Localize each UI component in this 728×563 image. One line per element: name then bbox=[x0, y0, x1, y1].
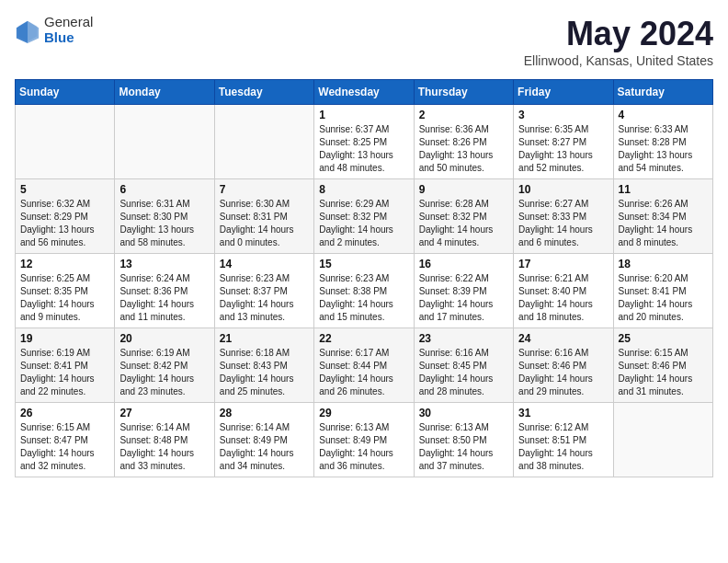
day-info: Sunrise: 6:35 AM Sunset: 8:27 PM Dayligh… bbox=[518, 123, 608, 175]
day-number: 29 bbox=[319, 407, 408, 419]
col-header-friday: Friday bbox=[514, 80, 613, 105]
day-number: 15 bbox=[319, 258, 408, 270]
day-info: Sunrise: 6:23 AM Sunset: 8:38 PM Dayligh… bbox=[319, 272, 408, 324]
day-number: 6 bbox=[119, 183, 209, 196]
day-number: 14 bbox=[220, 258, 309, 270]
day-info: Sunrise: 6:21 AM Sunset: 8:40 PM Dayligh… bbox=[518, 272, 608, 324]
col-header-monday: Monday bbox=[115, 80, 214, 105]
calendar-cell: 8Sunrise: 6:29 AM Sunset: 8:32 PM Daylig… bbox=[314, 179, 414, 254]
calendar-cell: 1Sunrise: 6:37 AM Sunset: 8:25 PM Daylig… bbox=[314, 105, 414, 179]
week-row-5: 26Sunrise: 6:15 AM Sunset: 8:47 PM Dayli… bbox=[16, 403, 713, 477]
calendar-cell: 18Sunrise: 6:20 AM Sunset: 8:41 PM Dayli… bbox=[613, 254, 712, 328]
day-number: 31 bbox=[518, 407, 608, 419]
day-number: 10 bbox=[518, 183, 608, 196]
day-number: 9 bbox=[419, 183, 508, 196]
day-number: 30 bbox=[419, 407, 508, 419]
day-number: 5 bbox=[20, 183, 109, 196]
day-number: 25 bbox=[619, 332, 708, 345]
logo-icon bbox=[15, 17, 40, 43]
day-info: Sunrise: 6:17 AM Sunset: 8:44 PM Dayligh… bbox=[319, 347, 408, 398]
calendar-cell: 12Sunrise: 6:25 AM Sunset: 8:35 PM Dayli… bbox=[16, 254, 115, 328]
day-info: Sunrise: 6:12 AM Sunset: 8:51 PM Dayligh… bbox=[518, 421, 608, 473]
day-info: Sunrise: 6:14 AM Sunset: 8:48 PM Dayligh… bbox=[119, 421, 209, 473]
day-info: Sunrise: 6:15 AM Sunset: 8:46 PM Dayligh… bbox=[619, 347, 708, 398]
calendar-cell: 29Sunrise: 6:13 AM Sunset: 8:49 PM Dayli… bbox=[314, 403, 414, 477]
calendar-cell: 21Sunrise: 6:18 AM Sunset: 8:43 PM Dayli… bbox=[214, 328, 313, 403]
calendar-cell: 7Sunrise: 6:30 AM Sunset: 8:31 PM Daylig… bbox=[214, 179, 313, 254]
calendar-cell: 11Sunrise: 6:26 AM Sunset: 8:34 PM Dayli… bbox=[613, 179, 712, 254]
title-block: May 2024 Ellinwood, Kansas, United State… bbox=[524, 15, 713, 68]
calendar-cell: 16Sunrise: 6:22 AM Sunset: 8:39 PM Dayli… bbox=[414, 254, 513, 328]
day-info: Sunrise: 6:28 AM Sunset: 8:32 PM Dayligh… bbox=[419, 198, 508, 249]
calendar-cell: 23Sunrise: 6:16 AM Sunset: 8:45 PM Dayli… bbox=[414, 328, 513, 403]
calendar-cell: 10Sunrise: 6:27 AM Sunset: 8:33 PM Dayli… bbox=[514, 179, 613, 254]
calendar-cell: 19Sunrise: 6:19 AM Sunset: 8:41 PM Dayli… bbox=[16, 328, 115, 403]
calendar-cell: 15Sunrise: 6:23 AM Sunset: 8:38 PM Dayli… bbox=[314, 254, 414, 328]
calendar-cell: 27Sunrise: 6:14 AM Sunset: 8:48 PM Dayli… bbox=[115, 403, 214, 477]
calendar-table: SundayMondayTuesdayWednesdayThursdayFrid… bbox=[15, 79, 713, 477]
calendar-cell: 14Sunrise: 6:23 AM Sunset: 8:37 PM Dayli… bbox=[214, 254, 313, 328]
day-number: 21 bbox=[220, 332, 309, 345]
calendar-cell bbox=[16, 105, 115, 179]
day-info: Sunrise: 6:31 AM Sunset: 8:30 PM Dayligh… bbox=[119, 198, 209, 249]
day-info: Sunrise: 6:16 AM Sunset: 8:45 PM Dayligh… bbox=[419, 347, 508, 398]
day-number: 24 bbox=[518, 332, 608, 345]
logo-general: General bbox=[44, 15, 93, 30]
day-info: Sunrise: 6:15 AM Sunset: 8:47 PM Dayligh… bbox=[20, 421, 109, 473]
week-row-4: 19Sunrise: 6:19 AM Sunset: 8:41 PM Dayli… bbox=[16, 328, 713, 403]
calendar-cell: 24Sunrise: 6:16 AM Sunset: 8:46 PM Dayli… bbox=[514, 328, 613, 403]
calendar-cell: 31Sunrise: 6:12 AM Sunset: 8:51 PM Dayli… bbox=[514, 403, 613, 477]
day-info: Sunrise: 6:14 AM Sunset: 8:49 PM Dayligh… bbox=[220, 421, 309, 473]
day-info: Sunrise: 6:29 AM Sunset: 8:32 PM Dayligh… bbox=[319, 198, 408, 249]
col-header-sunday: Sunday bbox=[16, 80, 115, 105]
day-number: 27 bbox=[119, 407, 209, 419]
logo-blue: Blue bbox=[44, 30, 93, 46]
calendar-cell: 9Sunrise: 6:28 AM Sunset: 8:32 PM Daylig… bbox=[414, 179, 513, 254]
calendar-cell: 30Sunrise: 6:13 AM Sunset: 8:50 PM Dayli… bbox=[414, 403, 513, 477]
week-row-3: 12Sunrise: 6:25 AM Sunset: 8:35 PM Dayli… bbox=[16, 254, 713, 328]
day-number: 12 bbox=[20, 258, 109, 270]
calendar-cell bbox=[115, 105, 214, 179]
col-header-tuesday: Tuesday bbox=[214, 80, 313, 105]
calendar-cell: 5Sunrise: 6:32 AM Sunset: 8:29 PM Daylig… bbox=[16, 179, 115, 254]
day-info: Sunrise: 6:25 AM Sunset: 8:35 PM Dayligh… bbox=[20, 272, 109, 324]
calendar-cell: 28Sunrise: 6:14 AM Sunset: 8:49 PM Dayli… bbox=[214, 403, 313, 477]
calendar-cell: 2Sunrise: 6:36 AM Sunset: 8:26 PM Daylig… bbox=[414, 105, 513, 179]
col-header-saturday: Saturday bbox=[613, 80, 712, 105]
day-number: 2 bbox=[419, 109, 508, 121]
logo: General Blue bbox=[15, 15, 93, 45]
day-info: Sunrise: 6:32 AM Sunset: 8:29 PM Dayligh… bbox=[20, 198, 109, 249]
calendar-cell: 3Sunrise: 6:35 AM Sunset: 8:27 PM Daylig… bbox=[514, 105, 613, 179]
col-header-wednesday: Wednesday bbox=[314, 80, 414, 105]
day-info: Sunrise: 6:13 AM Sunset: 8:49 PM Dayligh… bbox=[319, 421, 408, 473]
day-info: Sunrise: 6:30 AM Sunset: 8:31 PM Dayligh… bbox=[220, 198, 309, 249]
day-info: Sunrise: 6:24 AM Sunset: 8:36 PM Dayligh… bbox=[119, 272, 209, 324]
calendar-cell: 26Sunrise: 6:15 AM Sunset: 8:47 PM Dayli… bbox=[16, 403, 115, 477]
day-number: 23 bbox=[419, 332, 508, 345]
calendar-cell: 4Sunrise: 6:33 AM Sunset: 8:28 PM Daylig… bbox=[613, 105, 712, 179]
day-info: Sunrise: 6:36 AM Sunset: 8:26 PM Dayligh… bbox=[419, 123, 508, 175]
day-number: 4 bbox=[619, 109, 708, 121]
calendar-cell: 20Sunrise: 6:19 AM Sunset: 8:42 PM Dayli… bbox=[115, 328, 214, 403]
day-info: Sunrise: 6:20 AM Sunset: 8:41 PM Dayligh… bbox=[619, 272, 708, 324]
day-number: 19 bbox=[20, 332, 109, 345]
day-number: 28 bbox=[220, 407, 309, 419]
day-number: 18 bbox=[619, 258, 708, 270]
day-info: Sunrise: 6:19 AM Sunset: 8:42 PM Dayligh… bbox=[119, 347, 209, 398]
day-number: 1 bbox=[319, 109, 408, 121]
day-info: Sunrise: 6:26 AM Sunset: 8:34 PM Dayligh… bbox=[619, 198, 708, 249]
day-number: 11 bbox=[619, 183, 708, 196]
day-number: 17 bbox=[518, 258, 608, 270]
logo-text: General Blue bbox=[44, 15, 93, 45]
day-number: 22 bbox=[319, 332, 408, 345]
calendar-cell: 17Sunrise: 6:21 AM Sunset: 8:40 PM Dayli… bbox=[514, 254, 613, 328]
day-info: Sunrise: 6:27 AM Sunset: 8:33 PM Dayligh… bbox=[518, 198, 608, 249]
week-row-1: 1Sunrise: 6:37 AM Sunset: 8:25 PM Daylig… bbox=[16, 105, 713, 179]
day-info: Sunrise: 6:16 AM Sunset: 8:46 PM Dayligh… bbox=[518, 347, 608, 398]
day-number: 26 bbox=[20, 407, 109, 419]
day-info: Sunrise: 6:18 AM Sunset: 8:43 PM Dayligh… bbox=[220, 347, 309, 398]
day-number: 20 bbox=[119, 332, 209, 345]
day-number: 7 bbox=[220, 183, 309, 196]
header-row: SundayMondayTuesdayWednesdayThursdayFrid… bbox=[16, 80, 713, 105]
col-header-thursday: Thursday bbox=[414, 80, 513, 105]
